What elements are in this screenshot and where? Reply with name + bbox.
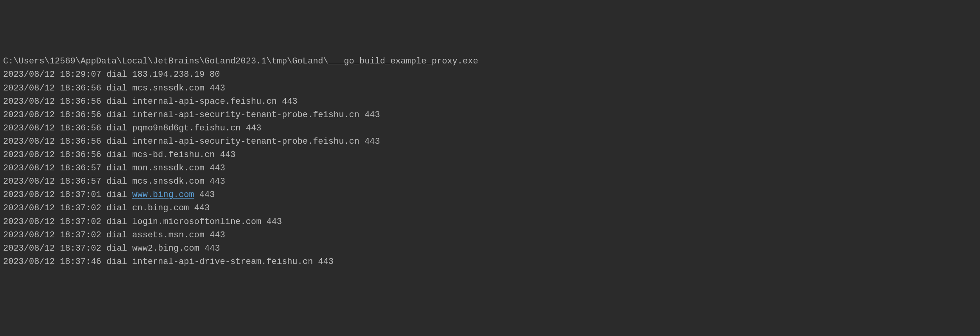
log-host: internal-api-security-tenant-probe.feish… [132,137,359,146]
log-line: 2023/08/12 18:36:57 dial mcs.snssdk.com … [3,175,977,188]
log-line: 2023/08/12 18:36:56 dial internal-api-se… [3,108,977,122]
exec-path: C:\Users\12569\AppData\Local\JetBrains\G… [3,55,977,68]
log-host: mon.snssdk.com [132,163,205,173]
log-port: 443 [220,150,236,160]
log-action: dial [106,257,127,267]
log-timestamp: 2023/08/12 18:36:56 [3,137,101,146]
log-line: 2023/08/12 18:37:02 dial www2.bing.com 4… [3,242,977,255]
log-host: cn.bing.com [132,203,189,213]
log-port: 443 [210,230,225,240]
log-line: 2023/08/12 18:36:56 dial internal-api-sp… [3,95,977,108]
log-timestamp: 2023/08/12 18:37:46 [3,257,101,267]
log-host: login.microsoftonline.com [132,217,261,227]
log-host: internal-api-space.feishu.cn [132,97,277,107]
log-port: 443 [364,137,380,146]
log-port: 443 [210,177,225,186]
log-action: dial [106,110,127,120]
log-line: 2023/08/12 18:37:46 dial internal-api-dr… [3,255,977,269]
log-action: dial [106,123,127,133]
log-action: dial [106,217,127,227]
log-timestamp: 2023/08/12 18:37:01 [3,190,101,200]
log-line: 2023/08/12 18:37:02 dial assets.msn.com … [3,229,977,242]
log-port: 443 [246,123,262,133]
console-output[interactable]: C:\Users\12569\AppData\Local\JetBrains\G… [3,55,977,269]
log-timestamp: 2023/08/12 18:36:56 [3,83,101,93]
log-host: mcs.snssdk.com [132,177,205,186]
log-action: dial [106,163,127,173]
log-action: dial [106,230,127,240]
log-timestamp: 2023/08/12 18:36:57 [3,177,101,186]
log-port: 443 [318,257,334,267]
log-port: 80 [210,70,220,79]
log-port: 443 [199,190,215,200]
log-action: dial [106,203,127,213]
log-port: 443 [364,110,380,120]
log-action: dial [106,137,127,146]
log-port: 443 [205,244,220,253]
log-line: 2023/08/12 18:37:02 dial login.microsoft… [3,215,977,229]
log-action: dial [106,244,127,253]
log-line: 2023/08/12 18:36:56 dial mcs-bd.feishu.c… [3,148,977,162]
log-line: 2023/08/12 18:36:56 dial pqmo9n8d6gt.fei… [3,122,977,135]
log-host: internal-api-drive-stream.feishu.cn [132,257,313,267]
log-timestamp: 2023/08/12 18:36:57 [3,163,101,173]
log-timestamp: 2023/08/12 18:37:02 [3,203,101,213]
log-action: dial [106,177,127,186]
log-action: dial [106,190,127,200]
log-timestamp: 2023/08/12 18:36:56 [3,123,101,133]
log-port: 443 [210,83,225,93]
log-host: www2.bing.com [132,244,199,253]
log-port: 443 [282,97,298,107]
log-host: mcs-bd.feishu.cn [132,150,215,160]
log-action: dial [106,150,127,160]
log-host: internal-api-security-tenant-probe.feish… [132,110,359,120]
log-host: mcs.snssdk.com [132,83,205,93]
log-timestamp: 2023/08/12 18:36:56 [3,150,101,160]
log-line: 2023/08/12 18:37:02 dial cn.bing.com 443 [3,202,977,215]
log-timestamp: 2023/08/12 18:37:02 [3,244,101,253]
log-timestamp: 2023/08/12 18:29:07 [3,70,101,79]
log-timestamp: 2023/08/12 18:36:56 [3,97,101,107]
log-port: 443 [266,217,282,227]
log-line: 2023/08/12 18:36:56 dial internal-api-se… [3,135,977,148]
log-port: 443 [194,203,210,213]
log-timestamp: 2023/08/12 18:37:02 [3,217,101,227]
log-line: 2023/08/12 18:36:57 dial mon.snssdk.com … [3,162,977,175]
log-host: assets.msn.com [132,230,205,240]
log-host: 183.194.238.19 [132,70,205,79]
log-timestamp: 2023/08/12 18:37:02 [3,230,101,240]
log-action: dial [106,83,127,93]
log-timestamp: 2023/08/12 18:36:56 [3,110,101,120]
log-port: 443 [210,163,225,173]
log-action: dial [106,97,127,107]
log-host-link[interactable]: www.bing.com [132,190,194,200]
log-host: pqmo9n8d6gt.feishu.cn [132,123,241,133]
log-line: 2023/08/12 18:37:01 dial www.bing.com 44… [3,188,977,202]
log-action: dial [106,70,127,79]
log-line: 2023/08/12 18:29:07 dial 183.194.238.19 … [3,68,977,81]
log-line: 2023/08/12 18:36:56 dial mcs.snssdk.com … [3,82,977,95]
